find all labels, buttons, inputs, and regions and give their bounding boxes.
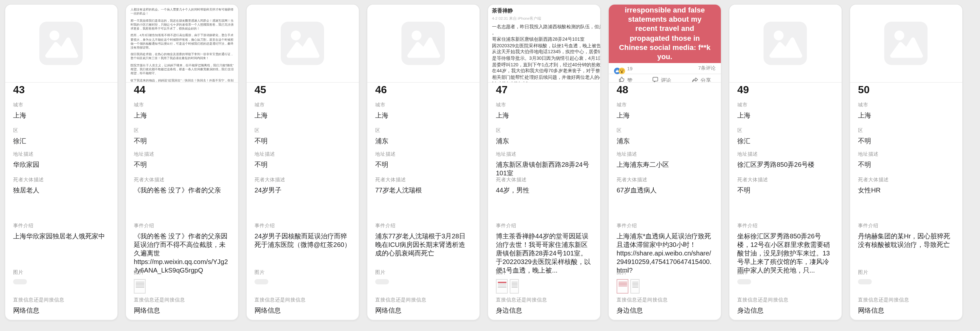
field-deceased: 死者大体描述24岁男子 (255, 177, 351, 194)
field-image: 图片 (858, 269, 955, 285)
card-content: 48城市上海区浦东地址描述上海浦东寿二小区死者大体描述67岁血透病人事件介绍上海… (617, 5, 713, 320)
field-address: 地址描述不明 (134, 151, 230, 168)
field-address-value: 徐汇区罗秀路850弄26号楼 (737, 160, 834, 168)
gallery-stage: 43城市上海区徐汇地址描述华欣家园死者大体描述独居老人事件介绍上海华欣家园独居老… (0, 0, 980, 331)
field-event: 事件介绍上海浦东*血透病人延误治疗致死且遗体滞留家中约30小时！ https:/… (617, 223, 713, 274)
field-district-value: 徐汇 (737, 136, 834, 145)
record-card[interactable]: 46城市上海区浦东地址描述不明死者大体描述77岁老人沈瑞根事件介绍浦东77岁老人… (367, 4, 480, 320)
field-city-value: 上海 (134, 111, 230, 119)
field-city-label: 城市 (737, 102, 834, 108)
card-content: 50城市上海区不明地址描述不明死者大体描述女性HR事件介绍丹纳赫集团的某Hr，因… (858, 5, 955, 320)
field-event-value: 坐标徐汇区罗秀路850弄26号楼，12号在小区群里求救需要硝酸甘油，没见到救护车… (737, 232, 834, 274)
document-thumbnail (496, 279, 508, 294)
field-image: 图片 (134, 269, 230, 294)
card-grid: 43城市上海区徐汇地址描述华欣家园死者大体描述独居老人事件介绍上海华欣家园独居老… (0, 0, 980, 325)
record-card[interactable]: 49城市上海区徐汇地址描述徐汇区罗秀路850弄26号楼死者大体描述不明事件介绍坐… (729, 4, 842, 320)
field-address-label: 地址描述 (617, 151, 713, 158)
field-city-label: 城市 (496, 102, 592, 108)
field-event: 事件介绍浦东77岁老人沈瑞根于3月28日晚在ICU病房因长期末肾透析造成的心肌衰… (375, 223, 472, 257)
card-content: 49城市上海区徐汇地址描述徐汇区罗秀路850弄26号楼死者大体描述不明事件介绍坐… (737, 5, 834, 320)
field-city-value: 上海 (737, 111, 834, 119)
record-number: 49 (737, 84, 749, 96)
field-deceased-value: 女性HR (858, 185, 955, 194)
field-district-label: 区 (134, 127, 230, 134)
image-thumbnails (13, 279, 110, 285)
field-image-label: 图片 (13, 269, 110, 276)
field-city-label: 城市 (13, 102, 110, 108)
field-city-value: 上海 (858, 111, 955, 119)
field-event-label: 事件介绍 (858, 223, 955, 229)
image-thumbnails (375, 279, 472, 285)
field-image-label: 图片 (858, 269, 955, 276)
field-deceased-label: 死者大体描述 (737, 177, 834, 183)
record-card[interactable]: 茶香禅静4-2 02:31 来自 iPhone客户端一名志愿者，昨日我投入路浦西… (487, 4, 601, 320)
field-city-value: 上海 (13, 111, 110, 119)
record-card[interactable]: irresponsible and falsestatements about … (608, 4, 722, 320)
field-address-label: 地址描述 (737, 151, 834, 158)
field-district: 区徐汇 (737, 127, 834, 145)
field-image: 图片 (617, 269, 713, 294)
field-district-value: 不明 (858, 136, 955, 145)
field-address: 地址描述不明 (375, 151, 472, 168)
record-card[interactable]: 50城市上海区不明地址描述不明死者大体描述女性HR事件介绍丹纳赫集团的某Hr，因… (850, 4, 963, 320)
field-direct-value: 网络信息 (255, 306, 351, 314)
field-city-label: 城市 (858, 102, 955, 108)
field-district: 区浦东 (496, 127, 592, 145)
record-card[interactable]: 人都没有这样的机会。一个病人需要几十个人的同时帮助和关怀才有可能获得一丝的机会！… (125, 4, 239, 320)
document-thumbnail (510, 279, 519, 294)
field-address-label: 地址描述 (13, 151, 110, 158)
field-direct-label: 直接信息还是间接信息 (737, 297, 834, 304)
field-deceased: 死者大体描述44岁，男性 (496, 177, 592, 194)
field-address: 地址描述不明 (858, 151, 955, 168)
field-event-value: 《我的爸爸 没了》作者的父亲因延误治疗而不得不高位截肢，未久遍离世 https:… (134, 232, 230, 274)
field-direct-value: 网络信息 (375, 306, 472, 314)
field-direct-label: 直接信息还是间接信息 (255, 297, 351, 304)
field-district-label: 区 (255, 127, 351, 134)
field-deceased-label: 死者大体描述 (375, 177, 472, 183)
field-event: 事件介绍坐标徐汇区罗秀路850弄26号楼，12号在小区群里求救需要硝酸甘油，没见… (737, 223, 834, 274)
field-event-label: 事件介绍 (375, 223, 472, 229)
field-event-value: 丹纳赫集团的某Hr，因心脏猝死没有核酸被耽误治疗，导致死亡 (858, 232, 955, 249)
field-district-label: 区 (13, 127, 110, 134)
field-district-label: 区 (617, 127, 713, 134)
record-number: 45 (255, 84, 266, 96)
field-image: 图片 (737, 269, 834, 285)
field-deceased: 死者大体描述独居老人 (13, 177, 110, 194)
field-city: 城市上海 (255, 102, 351, 119)
field-city-value: 上海 (496, 111, 592, 119)
field-deceased-value: 《我的爸爸 没了》作者的父亲 (134, 185, 230, 194)
field-direct-value: 网络信息 (13, 306, 110, 314)
field-district: 区浦东 (375, 127, 472, 145)
field-city-label: 城市 (617, 102, 713, 108)
field-district-label: 区 (496, 127, 592, 134)
record-card[interactable]: 43城市上海区徐汇地址描述华欣家园死者大体描述独居老人事件介绍上海华欣家园独居老… (5, 4, 118, 320)
field-event-label: 事件介绍 (737, 223, 834, 229)
field-event-label: 事件介绍 (496, 223, 592, 229)
field-address-label: 地址描述 (858, 151, 955, 158)
card-content: 44城市上海区不明地址描述不明死者大体描述《我的爸爸 没了》作者的父亲事件介绍《… (134, 5, 230, 320)
field-direct: 直接信息还是间接信息身边信息 (737, 297, 834, 314)
field-event-value: 上海华欣家园独居老人饿死家中 (13, 232, 110, 240)
field-event-label: 事件介绍 (13, 223, 110, 229)
empty-image-pill (737, 279, 751, 285)
field-deceased: 死者大体描述67岁血透病人 (617, 177, 713, 194)
field-image: 图片 (375, 269, 472, 285)
field-deceased-label: 死者大体描述 (858, 177, 955, 183)
field-address-value: 不明 (375, 160, 472, 168)
field-address: 地址描述华欣家园 (13, 151, 110, 168)
image-thumbnails (255, 279, 351, 285)
field-city: 城市上海 (134, 102, 230, 119)
field-direct-label: 直接信息还是间接信息 (858, 297, 955, 304)
field-image: 图片 (13, 269, 110, 285)
field-direct-label: 直接信息还是间接信息 (134, 297, 230, 304)
field-event: 事件介绍丹纳赫集团的某Hr，因心脏猝死没有核酸被耽误治疗，导致死亡 (858, 223, 955, 249)
record-card[interactable]: 45城市上海区不明地址描述不明死者大体描述24岁男子事件介绍24岁男子因核酸而延… (246, 4, 360, 320)
image-thumbnails (617, 279, 713, 294)
field-deceased-value: 24岁男子 (255, 185, 351, 194)
field-image-label: 图片 (496, 269, 592, 276)
field-city-value: 上海 (617, 111, 713, 119)
field-address: 地址描述不明 (255, 151, 351, 168)
field-district: 区不明 (134, 127, 230, 145)
field-district-label: 区 (375, 127, 472, 134)
field-address-value: 浦东新区唐镇创新西路28弄24号101室 (496, 160, 592, 177)
